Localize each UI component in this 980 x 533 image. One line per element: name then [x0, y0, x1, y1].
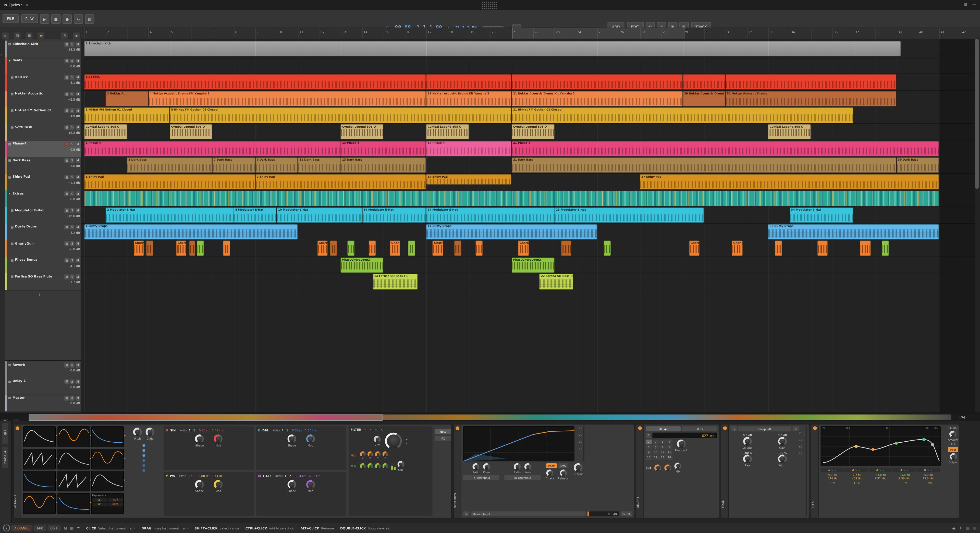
monitor-button[interactable]: [65, 258, 69, 263]
division-cell[interactable]: 4: [667, 439, 673, 444]
clip[interactable]: 14 Farfisa SO Bass Flu: [373, 274, 417, 289]
track-volume-value[interactable]: -8.1 dB: [69, 81, 80, 84]
clip[interactable]: [775, 241, 782, 256]
mute-button[interactable]: M: [75, 75, 80, 80]
hz-value[interactable]: 0.33 Hz: [212, 474, 223, 477]
clip[interactable]: PhasyChordLoop2: [341, 257, 383, 272]
solo-button[interactable]: S: [70, 75, 75, 80]
output-knob[interactable]: [574, 463, 582, 472]
ratio-value[interactable]: 1 : 1: [188, 474, 195, 477]
eq-freq-value[interactable]: 12.0 kHz: [917, 477, 941, 480]
knob-value[interactable]: 0.00 %: [742, 451, 752, 454]
track-name[interactable]: Modulator E-Hat: [15, 207, 58, 217]
mute-button[interactable]: M: [75, 242, 80, 246]
folder-icon[interactable]: ▾: [7, 57, 13, 74]
clip[interactable]: [725, 75, 896, 90]
clip[interactable]: GnarlyQ: [433, 241, 443, 256]
shape-knob[interactable]: [287, 480, 296, 489]
tab-project[interactable]: PROJECT: [2, 423, 8, 444]
midi-activity-icon[interactable]: ♪: [959, 526, 962, 530]
track-row[interactable]: ▦Dusty DropsSM-3.2 dB: [5, 224, 81, 241]
close-project-icon[interactable]: ×: [26, 3, 28, 7]
midi-keyboard-icon[interactable]: ▤: [973, 526, 976, 530]
modulator-display[interactable]: ▸: [23, 449, 56, 469]
solo-button[interactable]: S: [70, 59, 75, 63]
monitor-button[interactable]: [65, 59, 69, 63]
oscillator-Y[interactable]: YPWRATIO1 : 10.00 st0.33 HzShapeMod: [164, 472, 254, 515]
mod-dot[interactable]: [142, 469, 145, 472]
clip[interactable]: 21 Phase-4: [512, 141, 939, 156]
eq-gain-value[interactable]: 0.0 dB: [917, 473, 941, 476]
routing-icon[interactable]: ▸: [406, 437, 407, 440]
glide-knob[interactable]: [146, 428, 154, 436]
track-volume-value[interactable]: 0.0 dB: [70, 385, 80, 388]
mute-button[interactable]: M: [75, 191, 80, 196]
grid-detail-icon[interactable]: ▦: [70, 526, 74, 530]
play-icon[interactable]: ▶: [40, 14, 49, 24]
monitor-button[interactable]: [65, 379, 69, 384]
modulator-display[interactable]: ▸: [57, 426, 89, 447]
eq-gain-value[interactable]: 0.0 dB: [821, 473, 845, 476]
track-name[interactable]: v1 Kick: [15, 74, 58, 84]
osc-waveform-label[interactable]: PW: [170, 474, 175, 477]
band-shape-icon[interactable]: ∿: [903, 468, 905, 471]
hz-value[interactable]: 1.42 Hz: [212, 429, 223, 432]
metronome-icon[interactable]: ▤: [85, 14, 94, 24]
mute-button[interactable]: M: [75, 142, 80, 146]
eq-q-value[interactable]: 0.71: [893, 481, 917, 484]
device-delay1[interactable]: DELAY-1DELAYFB FX♪627 ms1234567891011121…: [636, 425, 719, 518]
division-cell[interactable]: 7: [659, 445, 666, 449]
device-tool[interactable]: TOOLL-Swap L/RR-0.0 dBVolume0.0 dBGain0.…: [721, 425, 809, 518]
knob-knob[interactable]: [655, 465, 662, 471]
mute-button[interactable]: M: [75, 275, 80, 279]
band-shape-icon[interactable]: ∿: [831, 468, 833, 471]
eq-freq-value[interactable]: 174 Hz: [821, 477, 845, 480]
track-row[interactable]: ▦Dark BassSM-3.6 dB: [5, 157, 81, 174]
mod-knob[interactable]: [214, 480, 223, 489]
mute-button[interactable]: M: [75, 258, 80, 263]
track-name[interactable]: Sidechain Kick: [13, 41, 57, 51]
knob-value[interactable]: 0.0 dB: [778, 434, 787, 437]
release-knob[interactable]: [560, 469, 566, 476]
audio-engine-icon[interactable]: ◉: [952, 526, 956, 530]
compressor-graph[interactable]: [463, 426, 574, 461]
clip[interactable]: 7 Dark Bass: [213, 158, 255, 173]
monitor-button[interactable]: [65, 275, 69, 279]
eq-q-value[interactable]: 0.71: [821, 481, 845, 484]
eq-freq-value[interactable]: 1.52 kHz: [869, 477, 893, 480]
amount-knob[interactable]: [950, 431, 956, 438]
clip[interactable]: 11 Dark Bass: [298, 158, 340, 173]
clip[interactable]: 3 Dark Bass: [127, 158, 212, 173]
clip[interactable]: 22 Farfisa SO Bass Fl: [540, 274, 573, 289]
modulator-display[interactable]: ▸: [91, 449, 124, 469]
attack-knob[interactable]: [546, 469, 553, 476]
track-name[interactable]: Shiny Pad: [13, 173, 57, 184]
adsr-R-knob[interactable]: [383, 463, 388, 469]
knob-value[interactable]: 100 %: [778, 451, 787, 454]
clip[interactable]: GnarlyQ: [177, 241, 186, 256]
solo-button[interactable]: S: [70, 42, 75, 46]
track-name[interactable]: Delay-1: [13, 378, 57, 388]
device-power-button[interactable]: [455, 426, 459, 430]
mod-knob[interactable]: [214, 434, 223, 443]
track-row[interactable]: ▦Phasy BonusSM-4.1 dB: [5, 257, 81, 274]
record-icon[interactable]: ●: [62, 14, 72, 24]
modulator-display[interactable]: ▸: [57, 449, 89, 469]
device-dynamics[interactable]: DYNAMICS– 10– 20– 30– 40RatioKneeLo Thre…: [454, 425, 634, 518]
monitor-button[interactable]: [65, 191, 69, 196]
division-cell[interactable]: 12: [667, 450, 673, 455]
solo-button[interactable]: S: [70, 275, 75, 279]
shape-knob[interactable]: [287, 434, 296, 443]
track-row[interactable]: ▦Phase-4SM-0.5 dB: [5, 140, 81, 158]
view-toggle-arrange[interactable]: ARRANGE: [11, 525, 33, 531]
loop-icon[interactable]: ↻: [74, 14, 83, 24]
gain-knob[interactable]: [778, 437, 787, 446]
clip[interactable]: Cymbal Legend 808 O: [170, 124, 212, 139]
division-cell[interactable]: 1: [646, 439, 652, 444]
overview-viewport[interactable]: [29, 414, 383, 421]
monitor-button[interactable]: [65, 42, 69, 46]
eq-band-selector[interactable]: 1∿⌄: [821, 468, 844, 472]
mod-knob[interactable]: [306, 480, 315, 489]
shape-knob[interactable]: [195, 480, 204, 489]
track-row[interactable]: ▦Hi-Hat FM Gothen 01SM-4.9 dB: [5, 107, 81, 124]
